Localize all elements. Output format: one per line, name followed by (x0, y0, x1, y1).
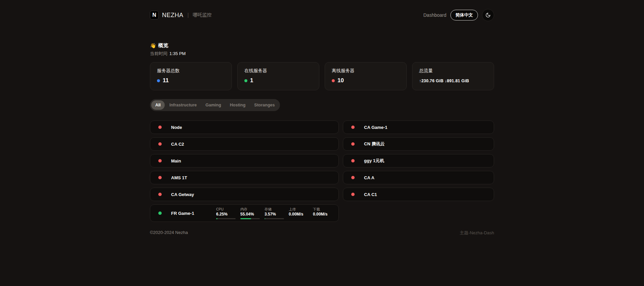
metric-storage: 存储 3.57% (265, 207, 284, 219)
status-dot-icon (158, 211, 162, 215)
time-label: 当前时间 (150, 51, 167, 57)
server-name: CA C2 (171, 142, 184, 147)
status-dot-icon (158, 159, 162, 162)
server-row-main[interactable]: Main (150, 154, 339, 168)
stat-title: 在线服务器 (244, 68, 312, 74)
tab-hosting[interactable]: Hosting (226, 100, 250, 110)
server-name: CA Getway (171, 192, 194, 197)
page-title: 👋 概览 (150, 42, 494, 49)
theme-toggle-button[interactable] (482, 9, 494, 21)
stat-cards: 服务器总数 11 在线服务器 1 离线服务器 10 总流量 ↑230.76 Gi… (150, 62, 494, 90)
language-button[interactable]: 简体中文 (450, 10, 478, 20)
stat-value: 11 (163, 77, 169, 84)
progress-bar (240, 218, 260, 219)
green-dot-icon (244, 79, 247, 82)
status-dot-icon (158, 142, 162, 146)
tab-all[interactable]: All (151, 100, 165, 110)
status-dot-icon (351, 142, 355, 146)
server-name: CA Game-1 (364, 125, 388, 130)
server-row-ggy[interactable]: ggy 1元机 (343, 154, 494, 168)
theme-credit-text: 主题-Nezha-Dash (459, 230, 494, 236)
server-row-ams-1t[interactable]: AMS 1T (150, 171, 339, 184)
server-name: CA C1 (364, 192, 377, 197)
status-dot-icon (158, 126, 162, 129)
stat-title: 离线服务器 (332, 68, 400, 74)
brand-divider: | (188, 12, 189, 18)
progress-bar-fill (216, 218, 217, 219)
server-metrics: CPU 6.25% 内存 55.04% 存储 3.57% (216, 207, 332, 219)
status-dot-icon (158, 193, 162, 196)
stat-value: 10 (337, 77, 344, 84)
server-name: CA A (364, 175, 374, 180)
brand-home-link[interactable]: N NEZHA | 哪吒监控 (150, 11, 212, 19)
progress-bar (265, 218, 284, 219)
server-row-fr-game-1[interactable]: FR Game-1 CPU 6.25% 内存 55.04% (150, 204, 339, 222)
metric-label: 内存 (240, 207, 260, 211)
dashboard-link[interactable]: Dashboard (424, 12, 447, 18)
traffic-value: ↑230.76 GiB ↓891.81 GiB (419, 79, 487, 83)
wave-emoji: 👋 (150, 43, 156, 49)
server-row-ca-getway[interactable]: CA Getway (150, 188, 339, 201)
metric-label: 下载 (313, 207, 332, 211)
server-name: FR Game-1 (171, 211, 203, 216)
server-row-ca-game-1[interactable]: CA Game-1 (343, 121, 494, 134)
metric-memory: 内存 55.04% (240, 207, 260, 219)
header: N NEZHA | 哪吒监控 Dashboard 简体中文 (150, 0, 494, 23)
brand-name: NEZHA (162, 12, 184, 19)
metric-cpu: CPU 6.25% (216, 207, 236, 219)
footer: ©2020-2024 Nezha 主题-Nezha-Dash (150, 230, 494, 236)
metric-label: 存储 (265, 207, 284, 211)
server-row-ca-c1[interactable]: CA C1 (343, 188, 494, 201)
metric-label: CPU (216, 207, 236, 211)
tab-gaming[interactable]: Gaming (201, 100, 225, 110)
stat-title: 总流量 (419, 68, 487, 74)
blue-dot-icon (157, 79, 160, 82)
stat-card-total-servers: 服务器总数 11 (150, 62, 232, 90)
metric-value: 55.04% (240, 211, 260, 217)
stat-card-total-traffic: 总流量 ↑230.76 GiB ↓891.81 GiB (412, 62, 494, 90)
metric-value: 3.57% (265, 211, 284, 217)
moon-icon (485, 12, 491, 18)
server-row-node[interactable]: Node (150, 121, 339, 134)
overview-section: 👋 概览 当前时间 1:35 PM (150, 42, 494, 57)
nezha-logo-icon: N (150, 11, 159, 19)
stat-card-online-servers: 在线服务器 1 (237, 62, 319, 90)
metric-upload: 上传 0.00M/s (289, 207, 308, 217)
progress-bar-fill (240, 218, 251, 219)
stat-value: 1 (250, 77, 253, 84)
page-title-text: 概览 (158, 42, 168, 49)
header-actions: Dashboard 简体中文 (424, 9, 494, 21)
server-row-ca-a[interactable]: CA A (343, 171, 494, 184)
tab-infrastructure[interactable]: Infrastructure (165, 100, 201, 110)
server-name: CN 腾讯云 (364, 141, 385, 147)
server-name: Node (171, 125, 182, 130)
server-name: Main (171, 158, 181, 163)
server-list: Node CA Game-1 CA C2 CN 腾讯云 Main ggy 1元机… (150, 121, 494, 222)
server-name: AMS 1T (171, 175, 187, 180)
stat-title: 服务器总数 (157, 68, 225, 74)
brand-subtitle: 哪吒监控 (193, 12, 212, 18)
time-value: 1:35 PM (169, 51, 186, 56)
metric-label: 上传 (289, 207, 308, 211)
metric-value: 0.00M/s (289, 211, 308, 217)
metric-value: 6.25% (216, 211, 236, 217)
status-dot-icon (158, 176, 162, 179)
current-time: 当前时间 1:35 PM (150, 51, 494, 57)
progress-bar (216, 218, 236, 219)
server-row-ca-c2[interactable]: CA C2 (150, 137, 339, 151)
group-filter-tabs: All Infrastructure Gaming Hosting Storan… (150, 99, 280, 111)
copyright-text: ©2020-2024 Nezha (150, 230, 188, 236)
metric-download: 下载 0.00M/s (313, 207, 332, 217)
status-dot-icon (351, 193, 355, 196)
tab-storanges[interactable]: Storanges (250, 100, 279, 110)
red-dot-icon (332, 79, 335, 82)
status-dot-icon (351, 126, 355, 129)
server-row-cn-tencent[interactable]: CN 腾讯云 (343, 137, 494, 151)
status-dot-icon (351, 176, 355, 179)
metric-value: 0.00M/s (313, 211, 332, 217)
server-name: ggy 1元机 (364, 158, 384, 164)
progress-bar-fill (265, 218, 265, 219)
stat-card-offline-servers: 离线服务器 10 (325, 62, 407, 90)
status-dot-icon (351, 159, 355, 162)
